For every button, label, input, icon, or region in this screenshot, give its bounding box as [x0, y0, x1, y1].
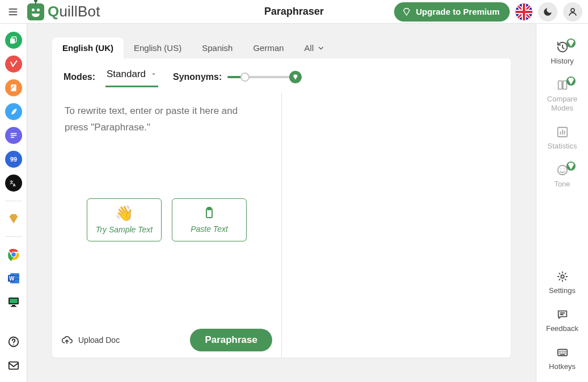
upload-label: Upload Doc [78, 336, 120, 345]
rail-contact[interactable] [5, 357, 22, 374]
svg-text:A: A [12, 183, 15, 187]
editor-toolbar: Modes: Standard Synonyms: [52, 58, 511, 87]
translate-icon: 文A [9, 179, 18, 188]
cloud-upload-icon [61, 334, 73, 346]
sp-label: Settings [549, 286, 576, 295]
tab-en-uk[interactable]: English (UK) [52, 37, 124, 58]
logo-text: QuillBot [48, 3, 100, 20]
upload-doc-button[interactable]: Upload Doc [61, 334, 120, 346]
input-placeholder: To rewrite text, enter or paste it here … [52, 93, 256, 136]
copy-icon [9, 36, 18, 45]
svg-point-27 [557, 165, 567, 175]
rail-help[interactable] [5, 333, 22, 350]
mode-selected: Standard [107, 69, 146, 80]
svg-rect-25 [562, 81, 566, 90]
user-icon [568, 7, 578, 17]
moon-icon [543, 7, 553, 17]
rail-grammar[interactable] [5, 56, 22, 73]
paste-label: Paste Text [191, 224, 228, 234]
feedback-icon [556, 308, 569, 321]
svg-text:99: 99 [10, 156, 17, 163]
logo[interactable]: QuillBot [27, 3, 100, 20]
keyboard-icon [556, 346, 569, 359]
diamond-icon [7, 213, 20, 225]
synonyms-slider[interactable] [227, 71, 290, 83]
rail-paraphraser[interactable] [5, 32, 22, 49]
sample-label: Try Sample Text [96, 225, 153, 234]
chevron-down-icon [317, 44, 325, 52]
rail-desktop-ext[interactable] [5, 294, 22, 311]
tab-spanish[interactable]: Spanish [192, 37, 243, 58]
theme-toggle[interactable] [538, 2, 557, 22]
diamond-icon [402, 7, 411, 16]
svg-point-2 [571, 9, 574, 12]
sp-tone[interactable]: Tone [536, 157, 588, 195]
mode-select[interactable]: Standard [105, 66, 158, 87]
uk-flag-icon [515, 3, 532, 20]
menu-button[interactable] [3, 2, 23, 22]
sp-label: Feedback [546, 324, 578, 333]
tab-en-us[interactable]: English (US) [124, 37, 192, 58]
help-icon [7, 336, 20, 348]
input-pane[interactable]: To rewrite text, enter or paste it here … [52, 93, 282, 358]
rail-chrome-ext[interactable] [5, 246, 22, 263]
sp-label: Compare Modes [536, 95, 588, 112]
sp-label: History [551, 57, 573, 65]
svg-point-22 [13, 344, 14, 345]
rail-divider [5, 201, 22, 201]
word-icon: W [7, 271, 20, 285]
sp-label: Tone [554, 180, 570, 188]
mail-icon [7, 359, 20, 372]
rail-summarizer[interactable] [5, 127, 22, 144]
rail-cowriter[interactable] [5, 103, 22, 120]
account-button[interactable] [563, 2, 582, 22]
wave-icon: 👋 [115, 206, 133, 220]
rail-translator[interactable]: 文A [5, 175, 22, 192]
paste-text-button[interactable]: Paste Text [172, 198, 247, 241]
menu-icon [7, 6, 19, 18]
feather-icon [9, 107, 18, 116]
svg-point-30 [561, 275, 564, 278]
editor-card: Modes: Standard Synonyms: To rewrit [52, 58, 511, 358]
sample-text-button[interactable]: 👋 Try Sample Text [87, 198, 162, 241]
upgrade-button[interactable]: Upgrade to Premium [394, 2, 510, 22]
rail-divider [5, 236, 22, 237]
sp-feedback[interactable]: Feedback [536, 302, 588, 339]
right-panel: History Compare Modes Statistics Tone Se… [536, 24, 588, 382]
paraphrase-button[interactable]: Paraphrase [190, 329, 272, 351]
tab-german[interactable]: German [243, 37, 294, 58]
gear-icon [556, 270, 569, 283]
check-badge-icon [9, 60, 18, 69]
scan-icon [9, 83, 18, 92]
desktop-icon [7, 295, 20, 309]
svg-point-29 [563, 168, 564, 169]
upgrade-label: Upgrade to Premium [416, 7, 500, 16]
rail-citation[interactable]: 99 [5, 151, 22, 168]
main-area: English (UK) English (US) Spanish German… [27, 24, 536, 382]
premium-badge-icon [566, 39, 576, 48]
tab-all[interactable]: All [294, 37, 336, 58]
clipboard-icon [202, 206, 216, 220]
language-selector[interactable] [515, 3, 532, 20]
rail-premium[interactable] [5, 210, 22, 227]
sp-compare[interactable]: Compare Modes [536, 72, 588, 119]
svg-rect-4 [10, 39, 15, 44]
caret-down-icon [150, 71, 157, 78]
svg-text:W: W [9, 275, 15, 282]
rail-plagiarism[interactable] [5, 79, 22, 96]
statistics-icon [556, 126, 569, 138]
sp-statistics[interactable]: Statistics [536, 119, 588, 157]
premium-badge-icon [289, 71, 302, 83]
svg-point-28 [560, 168, 561, 169]
lines-icon [9, 131, 18, 140]
left-rail: 99 文A W [0, 24, 27, 382]
premium-badge-icon [566, 77, 576, 86]
modes-label: Modes: [64, 72, 95, 82]
rail-word-ext[interactable]: W [5, 270, 22, 287]
sp-history[interactable]: History [536, 34, 588, 72]
quote-icon: 99 [9, 155, 18, 164]
sp-hotkeys[interactable]: Hotkeys [536, 339, 588, 382]
premium-badge-icon [566, 162, 576, 171]
svg-rect-18 [10, 299, 18, 303]
sp-settings[interactable]: Settings [536, 264, 588, 302]
